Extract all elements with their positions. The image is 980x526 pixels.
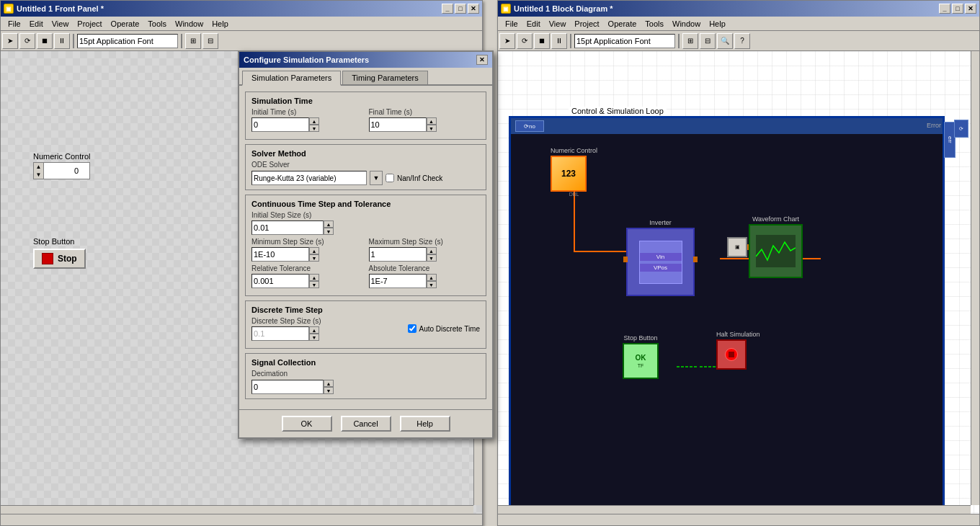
bd-menu-help[interactable]: Help bbox=[705, 18, 730, 30]
decimation-up[interactable]: ▲ bbox=[324, 380, 334, 387]
decimation-input[interactable] bbox=[251, 380, 324, 394]
rel-tol-down[interactable]: ▼ bbox=[309, 281, 319, 288]
bd-run-arrow[interactable]: ➤ bbox=[499, 33, 515, 49]
cancel-button[interactable]: Cancel bbox=[341, 416, 391, 432]
initial-time-up[interactable]: ▲ bbox=[309, 117, 319, 125]
ok-button[interactable]: OK bbox=[282, 416, 332, 432]
fp-menu-edit[interactable]: Edit bbox=[25, 18, 48, 30]
inverter-node[interactable]: Vin VPos bbox=[626, 228, 695, 296]
discrete-step-label: Discrete Time Step bbox=[251, 306, 480, 314]
abs-tol-up[interactable]: ▲ bbox=[427, 274, 437, 281]
ode-solver-dropdown-btn[interactable]: ▼ bbox=[370, 171, 383, 185]
initial-step-spin-btns: ▲ ▼ bbox=[324, 220, 334, 235]
initial-time-label: Initial Time (s) bbox=[251, 108, 363, 116]
rel-tol-input[interactable] bbox=[251, 274, 309, 288]
bd-align[interactable]: ⊞ bbox=[682, 33, 698, 49]
numeric-decrement[interactable]: ▼ bbox=[34, 171, 43, 179]
nan-inf-checkbox[interactable] bbox=[386, 174, 394, 182]
stop-btn-node[interactable]: OK TF bbox=[623, 343, 659, 379]
fp-pause[interactable]: ⏸ bbox=[54, 33, 70, 49]
auto-discrete-checkbox[interactable] bbox=[408, 324, 416, 333]
ode-solver-input[interactable] bbox=[251, 171, 367, 185]
fp-menu-project[interactable]: Project bbox=[73, 18, 106, 30]
dialog-title-bar[interactable]: Configure Simulation Parameters ✕ bbox=[239, 52, 492, 68]
bd-zoom-in[interactable]: 🔍 bbox=[717, 33, 733, 49]
bd-close-btn[interactable]: ✕ bbox=[965, 4, 976, 14]
discrete-step-down[interactable]: ▼ bbox=[309, 334, 319, 341]
fp-menu-tools[interactable]: Tools bbox=[143, 18, 171, 30]
bd-menu-file[interactable]: File bbox=[501, 18, 522, 30]
rel-tol-up[interactable]: ▲ bbox=[309, 274, 319, 281]
stop-button-text: Stop bbox=[58, 254, 77, 264]
initial-step-input[interactable] bbox=[251, 220, 324, 235]
final-time-down[interactable]: ▼ bbox=[427, 125, 437, 132]
fp-menu-file[interactable]: File bbox=[4, 18, 25, 30]
bd-font-selector[interactable] bbox=[574, 34, 675, 48]
fp-stop[interactable]: ⏹ bbox=[37, 33, 53, 49]
tab-simulation-params[interactable]: Simulation Parameters bbox=[242, 71, 341, 86]
waveform-chart-node[interactable] bbox=[749, 224, 803, 278]
bd-menu-tools[interactable]: Tools bbox=[641, 18, 668, 30]
max-step-input[interactable] bbox=[369, 247, 427, 262]
inverter-vin-label: Vin bbox=[640, 253, 682, 261]
final-time-up[interactable]: ▲ bbox=[427, 117, 437, 125]
stop-button[interactable]: Stop bbox=[33, 249, 86, 269]
dialog-close-btn[interactable]: ✕ bbox=[476, 55, 488, 65]
fp-run-continuously[interactable]: ⟳ bbox=[19, 33, 35, 49]
numeric-value-input[interactable] bbox=[44, 163, 80, 179]
min-step-up[interactable]: ▲ bbox=[309, 247, 319, 254]
discrete-step-up[interactable]: ▲ bbox=[309, 326, 319, 334]
fp-maximize-btn[interactable]: □ bbox=[455, 4, 466, 14]
abs-tol-down[interactable]: ▼ bbox=[427, 281, 437, 288]
final-time-input[interactable] bbox=[369, 117, 427, 132]
bd-pause[interactable]: ⏸ bbox=[551, 33, 567, 49]
fp-distribute[interactable]: ⊟ bbox=[202, 33, 218, 49]
min-step-down[interactable]: ▼ bbox=[309, 254, 319, 262]
bd-scrollbar-v[interactable] bbox=[971, 51, 979, 505]
nc-node[interactable]: 123 bbox=[551, 156, 587, 192]
halt-node[interactable] bbox=[716, 339, 747, 370]
help-button[interactable]: Help bbox=[400, 416, 450, 432]
numeric-control-label: Numeric Control bbox=[33, 152, 90, 161]
min-step-col: Minimum Step Size (s) ▲ ▼ bbox=[251, 238, 363, 262]
front-panel-title-bar[interactable]: ▣ Untitled 1 Front Panel * _ □ ✕ bbox=[1, 1, 482, 17]
bd-help[interactable]: ? bbox=[734, 33, 750, 49]
decimation-label: Decimation bbox=[251, 370, 480, 378]
bd-stop[interactable]: ⏹ bbox=[534, 33, 550, 49]
initial-time-down[interactable]: ▼ bbox=[309, 125, 319, 132]
nan-inf-label: Nan/Inf Check bbox=[397, 174, 442, 182]
bd-maximize-btn[interactable]: □ bbox=[952, 4, 963, 14]
fp-font-selector[interactable] bbox=[77, 34, 178, 48]
discrete-step-col: Discrete Step Size (s) ▲ ▼ bbox=[251, 317, 402, 341]
bd-menu-project[interactable]: Project bbox=[570, 18, 603, 30]
bd-menu-window[interactable]: Window bbox=[668, 18, 705, 30]
bd-minimize-btn[interactable]: _ bbox=[939, 4, 950, 14]
tab-timing-params[interactable]: Timing Parameters bbox=[342, 71, 428, 84]
decimation-down[interactable]: ▼ bbox=[324, 387, 334, 394]
fp-run-arrow[interactable]: ➤ bbox=[2, 33, 18, 49]
fp-menu-help[interactable]: Help bbox=[208, 18, 233, 30]
bd-menu-edit[interactable]: Edit bbox=[522, 18, 545, 30]
fp-menu-window[interactable]: Window bbox=[171, 18, 208, 30]
fp-menu-view[interactable]: View bbox=[48, 18, 74, 30]
bd-title-bar[interactable]: ▣ Untitled 1 Block Diagram * _ □ ✕ bbox=[498, 1, 979, 17]
initial-time-input[interactable] bbox=[251, 117, 309, 132]
discrete-step-input[interactable] bbox=[251, 326, 309, 341]
bd-menu-operate[interactable]: Operate bbox=[604, 18, 641, 30]
bd-menu-view[interactable]: View bbox=[545, 18, 571, 30]
bd-run-continuously[interactable]: ⟳ bbox=[517, 33, 533, 49]
bd-distribute[interactable]: ⊟ bbox=[700, 33, 716, 49]
initial-step-up[interactable]: ▲ bbox=[324, 220, 334, 228]
initial-step-down[interactable]: ▼ bbox=[324, 228, 334, 235]
fp-align[interactable]: ⊞ bbox=[185, 33, 201, 49]
fp-scrollbar-h[interactable] bbox=[1, 505, 473, 514]
fp-menu-operate[interactable]: Operate bbox=[107, 18, 144, 30]
max-step-down[interactable]: ▼ bbox=[427, 254, 437, 262]
numeric-increment[interactable]: ▲ bbox=[34, 163, 43, 171]
fp-close-btn[interactable]: ✕ bbox=[468, 4, 479, 14]
abs-tol-input[interactable] bbox=[369, 274, 427, 288]
fp-minimize-btn[interactable]: _ bbox=[442, 4, 453, 14]
bd-scrollbar-h[interactable] bbox=[498, 505, 971, 514]
min-step-input[interactable] bbox=[251, 247, 309, 262]
max-step-up[interactable]: ▲ bbox=[427, 247, 437, 254]
